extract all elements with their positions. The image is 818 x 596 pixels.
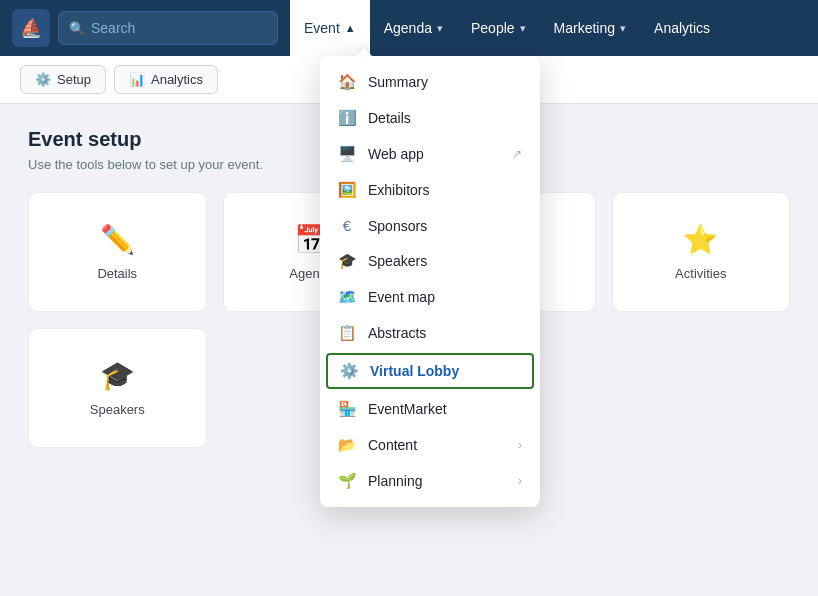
dropdown-label-sponsors: Sponsors: [368, 218, 427, 234]
analytics-icon: 📊: [129, 72, 145, 87]
nav-item-agenda[interactable]: Agenda ▾: [370, 0, 457, 56]
dropdown-arrow: [356, 48, 372, 56]
card-details[interactable]: ✏️ Details: [28, 192, 207, 312]
home-icon: 🏠: [338, 73, 356, 91]
setup-button[interactable]: ⚙️ Setup: [20, 65, 106, 94]
event-dropdown: 🏠 Summary ℹ️ Details 🖥️ Web app ↗ 🖼️ Exh…: [320, 56, 540, 507]
search-icon: 🔍: [69, 21, 85, 36]
logo-button[interactable]: ⛵: [12, 9, 50, 47]
card-speakers[interactable]: 🎓 Speakers: [28, 328, 207, 448]
chevron-down-icon: ▾: [620, 22, 626, 35]
top-nav: ⛵ 🔍 Search Event ▲ Agenda ▾ People ▾ Mar…: [0, 0, 818, 56]
card-label-details: Details: [97, 266, 137, 281]
dropdown-item-details[interactable]: ℹ️ Details: [320, 100, 540, 136]
monitor-icon: 🖥️: [338, 145, 356, 163]
nav-item-marketing[interactable]: Marketing ▾: [540, 0, 640, 56]
planning-icon: 🌱: [338, 472, 356, 490]
card-activities[interactable]: ⭐ Activities: [612, 192, 791, 312]
chevron-down-icon: ▾: [437, 22, 443, 35]
abstracts-icon: 📋: [338, 324, 356, 342]
dropdown-item-summary[interactable]: 🏠 Summary: [320, 64, 540, 100]
activities-icon: ⭐: [683, 223, 718, 256]
dropdown-item-eventmarket[interactable]: 🏪 EventMarket: [320, 391, 540, 427]
dropdown-label-planning: Planning: [368, 473, 423, 489]
nav-label-agenda: Agenda: [384, 20, 432, 36]
market-icon: 🏪: [338, 400, 356, 418]
analytics-button[interactable]: 📊 Analytics: [114, 65, 218, 94]
dropdown-label-eventmarket: EventMarket: [368, 401, 447, 417]
dropdown-label-content: Content: [368, 437, 417, 453]
dropdown-item-exhibitors[interactable]: 🖼️ Exhibitors: [320, 172, 540, 208]
dropdown-item-content[interactable]: 📂 Content ›: [320, 427, 540, 463]
card-label-speakers: Speakers: [90, 402, 145, 417]
dropdown-item-webapp[interactable]: 🖥️ Web app ↗: [320, 136, 540, 172]
dropdown-item-planning[interactable]: 🌱 Planning ›: [320, 463, 540, 499]
content-icon: 📂: [338, 436, 356, 454]
card-label-activities: Activities: [675, 266, 726, 281]
setup-label: Setup: [57, 72, 91, 87]
nav-item-people[interactable]: People ▾: [457, 0, 540, 56]
dropdown-label-webapp: Web app: [368, 146, 424, 162]
euro-icon: €: [338, 217, 356, 234]
analytics-label: Analytics: [151, 72, 203, 87]
dropdown-item-abstracts[interactable]: 📋 Abstracts: [320, 315, 540, 351]
chevron-down-icon: ▲: [345, 22, 356, 34]
nav-item-analytics[interactable]: Analytics: [640, 0, 724, 56]
gear-icon: ⚙️: [340, 362, 358, 380]
nav-label-people: People: [471, 20, 515, 36]
setup-icon: ⚙️: [35, 72, 51, 87]
logo-icon: ⛵: [20, 17, 42, 39]
dropdown-label-summary: Summary: [368, 74, 428, 90]
dropdown-label-exhibitors: Exhibitors: [368, 182, 429, 198]
dropdown-item-eventmap[interactable]: 🗺️ Event map: [320, 279, 540, 315]
dropdown-label-virtuallobby: Virtual Lobby: [370, 363, 459, 379]
dropdown-item-speakers[interactable]: 🎓 Speakers: [320, 243, 540, 279]
search-placeholder: Search: [91, 20, 135, 36]
speakers-icon: 🎓: [100, 359, 135, 392]
dropdown-label-speakers: Speakers: [368, 253, 427, 269]
nav-label-event: Event: [304, 20, 340, 36]
map-icon: 🗺️: [338, 288, 356, 306]
speakers-icon: 🎓: [338, 252, 356, 270]
dropdown-item-virtuallobby[interactable]: ⚙️ Virtual Lobby: [326, 353, 534, 389]
dropdown-label-abstracts: Abstracts: [368, 325, 426, 341]
nav-label-marketing: Marketing: [554, 20, 615, 36]
external-link-icon: ↗: [512, 147, 522, 161]
dropdown-label-details: Details: [368, 110, 411, 126]
dropdown-label-eventmap: Event map: [368, 289, 435, 305]
chevron-right-icon: ›: [518, 438, 522, 452]
edit-icon: ✏️: [100, 223, 135, 256]
chevron-down-icon: ▾: [520, 22, 526, 35]
search-box[interactable]: 🔍 Search: [58, 11, 278, 45]
exhibitors-icon: 🖼️: [338, 181, 356, 199]
nav-label-analytics: Analytics: [654, 20, 710, 36]
dropdown-item-sponsors[interactable]: € Sponsors: [320, 208, 540, 243]
chevron-right-icon: ›: [518, 474, 522, 488]
info-icon: ℹ️: [338, 109, 356, 127]
